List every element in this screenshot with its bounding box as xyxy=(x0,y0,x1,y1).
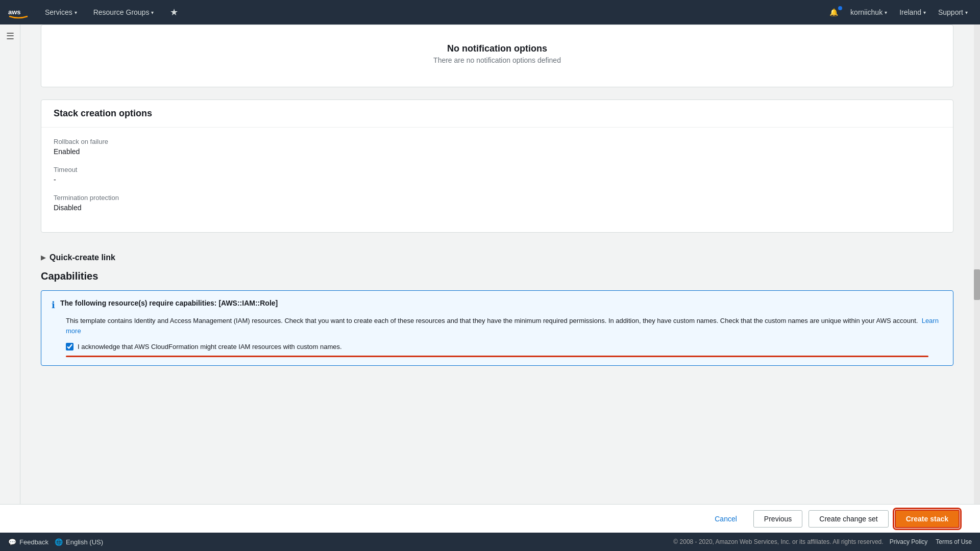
info-box-body: This template contains Identity and Acce… xyxy=(52,316,943,336)
acknowledge-checkbox-label: I acknowledge that AWS CloudFormation mi… xyxy=(78,343,342,350)
termination-field: Termination protection Disabled xyxy=(54,194,941,212)
scrollbar-thumb[interactable] xyxy=(974,269,980,300)
resource-groups-menu[interactable]: Resource Groups ▾ xyxy=(89,6,158,18)
timeout-label: Timeout xyxy=(54,166,941,173)
acknowledge-checkbox-row: I acknowledge that AWS CloudFormation mi… xyxy=(52,343,943,353)
services-chevron-icon: ▾ xyxy=(75,10,77,15)
resource-groups-chevron-icon: ▾ xyxy=(151,10,154,15)
region-menu[interactable]: Ireland ▾ xyxy=(895,6,930,18)
rollback-field: Rollback on failure Enabled xyxy=(54,138,941,156)
acknowledge-checkbox[interactable] xyxy=(66,343,74,350)
rollback-label: Rollback on failure xyxy=(54,138,941,145)
notification-options-subtitle: There are no notification options define… xyxy=(54,56,941,77)
notification-dot xyxy=(838,6,842,10)
top-navigation: aws Services ▾ Resource Groups ▾ ★ 🔔 kor… xyxy=(0,0,980,24)
feedback-button[interactable]: 💬 Feedback xyxy=(8,538,48,546)
svg-text:aws: aws xyxy=(8,8,21,16)
aws-logo[interactable]: aws xyxy=(8,5,29,19)
capabilities-info-box: ℹ The following resource(s) require capa… xyxy=(41,290,953,366)
language-selector[interactable]: 🌐 English (US) xyxy=(55,538,103,546)
timeout-field: Timeout - xyxy=(54,166,941,184)
copyright-text: © 2008 - 2020, Amazon Web Services, Inc.… xyxy=(673,538,883,545)
rollback-value: Enabled xyxy=(54,147,941,156)
footer-bar: 💬 Feedback 🌐 English (US) © 2008 - 2020,… xyxy=(0,533,980,551)
timeout-value: - xyxy=(54,176,941,184)
scrollbar-track[interactable] xyxy=(974,24,980,551)
capabilities-section: Capabilities ℹ The following resource(s)… xyxy=(41,270,953,366)
user-chevron-icon: ▾ xyxy=(885,10,887,15)
hamburger-icon[interactable]: ☰ xyxy=(6,31,14,42)
stack-creation-title: Stack creation options xyxy=(41,100,953,128)
terms-of-use-link[interactable]: Terms of Use xyxy=(936,538,972,545)
main-content: No notification options There are no not… xyxy=(20,24,974,551)
footer-links: Privacy Policy Terms of Use xyxy=(890,538,972,545)
notification-options-title: No notification options xyxy=(54,35,941,56)
privacy-policy-link[interactable]: Privacy Policy xyxy=(890,538,928,545)
notification-options-section: No notification options There are no not… xyxy=(41,24,953,87)
globe-icon: 🌐 xyxy=(55,538,63,546)
services-menu[interactable]: Services ▾ xyxy=(41,6,81,18)
notifications-bell[interactable]: 🔔 xyxy=(825,6,842,18)
quick-create-arrow-icon: ▶ xyxy=(41,254,45,261)
nav-right: 🔔 korniichuk ▾ Ireland ▾ Support ▾ xyxy=(825,6,972,18)
chat-icon: 💬 xyxy=(8,538,16,546)
support-menu[interactable]: Support ▾ xyxy=(934,6,972,18)
info-circle-icon: ℹ xyxy=(52,299,55,311)
capabilities-title: Capabilities xyxy=(41,270,953,282)
support-chevron-icon: ▾ xyxy=(965,10,968,15)
region-chevron-icon: ▾ xyxy=(923,10,926,15)
sidebar-toggle[interactable]: ☰ xyxy=(0,24,20,551)
checkbox-validation-indicator xyxy=(66,356,928,357)
info-box-title: The following resource(s) require capabi… xyxy=(60,299,278,307)
favorites-star-icon[interactable]: ★ xyxy=(166,5,182,20)
termination-value: Disabled xyxy=(54,204,941,212)
user-menu[interactable]: korniichuk ▾ xyxy=(846,6,891,18)
quick-create-label: Quick-create link xyxy=(50,253,115,262)
termination-label: Termination protection xyxy=(54,194,941,202)
quick-create-link-toggle[interactable]: ▶ Quick-create link xyxy=(41,245,953,270)
stack-creation-options-section: Stack creation options Rollback on failu… xyxy=(41,99,953,233)
info-box-header: ℹ The following resource(s) require capa… xyxy=(52,299,943,311)
